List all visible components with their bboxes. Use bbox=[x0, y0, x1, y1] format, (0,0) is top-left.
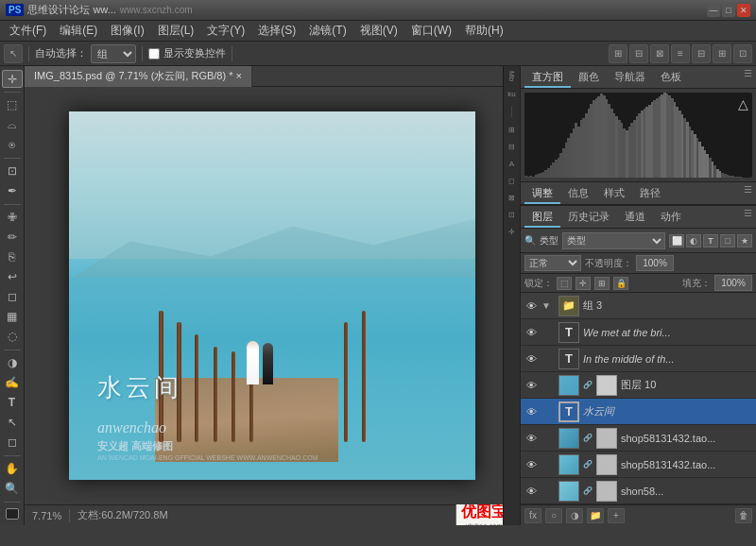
tab-histogram[interactable]: 直方图 bbox=[524, 68, 571, 88]
strip-icon-4[interactable]: A bbox=[506, 157, 519, 170]
layer-shop2[interactable]: 👁 🔗 shop58131432.tao... bbox=[521, 452, 756, 478]
menu-file[interactable]: 文件(F) bbox=[4, 21, 52, 41]
menu-view[interactable]: 视图(V) bbox=[354, 21, 404, 41]
lock-pixels-btn[interactable]: ⬚ bbox=[557, 277, 572, 290]
menu-edit[interactable]: 编辑(E) bbox=[54, 21, 103, 41]
tab-navigator[interactable]: 导航器 bbox=[607, 68, 653, 88]
fill-input[interactable] bbox=[714, 275, 752, 291]
tab-layers[interactable]: 图层 bbox=[524, 208, 560, 228]
auto-select-dropdown[interactable]: 组 图层 bbox=[91, 44, 136, 63]
tab-paths[interactable]: 路径 bbox=[632, 184, 668, 204]
layer-group-button[interactable]: 📁 bbox=[587, 508, 604, 523]
tab-history[interactable]: 历史记录 bbox=[560, 208, 617, 228]
layer-fx-button[interactable]: fx bbox=[524, 508, 541, 523]
tab-info[interactable]: 信息 bbox=[560, 184, 596, 204]
canvas-wrapper[interactable]: 水云间 anwenchao 安义超 高端修图 AN WENCAD MOAI-EN… bbox=[25, 87, 520, 504]
align-left-icon[interactable]: ⊞ bbox=[609, 44, 627, 63]
menu-text[interactable]: 文字(Y) bbox=[201, 21, 250, 41]
lasso-tool[interactable]: ⌓ bbox=[2, 116, 23, 134]
strip-icon-8[interactable]: ✛ bbox=[506, 225, 519, 238]
layer-adj-button[interactable]: ◑ bbox=[566, 508, 583, 523]
strip-icon-3[interactable]: ⊟ bbox=[506, 140, 519, 153]
distribute-icon[interactable]: ≡ bbox=[671, 44, 690, 63]
close-button[interactable]: ✕ bbox=[737, 4, 750, 17]
blur-tool[interactable]: ◌ bbox=[2, 328, 23, 346]
layer-eye-wemet[interactable]: 👁 bbox=[524, 326, 538, 339]
shape-tool[interactable]: ◻ bbox=[2, 434, 23, 452]
crop-tool[interactable]: ⊡ bbox=[2, 162, 23, 180]
blend-mode-select[interactable]: 正常 bbox=[524, 255, 581, 271]
strip-icon-5[interactable]: ◻ bbox=[506, 174, 519, 187]
layer-eye-shop2[interactable]: 👁 bbox=[524, 458, 538, 471]
layer-eye-group3[interactable]: 👁 bbox=[524, 299, 538, 313]
tab-channels[interactable]: 通道 bbox=[617, 208, 653, 228]
marquee-tool[interactable]: ⬚ bbox=[2, 96, 23, 114]
gradient-tool[interactable]: ▦ bbox=[2, 308, 23, 326]
tab-adjustments[interactable]: 调整 bbox=[524, 184, 560, 204]
menu-layer[interactable]: 图层(L) bbox=[152, 21, 200, 41]
layer-delete-button[interactable]: 🗑 bbox=[735, 508, 752, 523]
strip-icon-7[interactable]: ⊡ bbox=[506, 208, 519, 221]
layer-text-shuiyunjian[interactable]: 👁 T 水云间 bbox=[521, 399, 756, 425]
layer-type-filter[interactable]: 类型 bbox=[562, 232, 665, 249]
minimize-button[interactable]: — bbox=[707, 4, 720, 17]
layer-text-wemet[interactable]: 👁 T We met at the bri... bbox=[521, 319, 756, 346]
strip-icon-2[interactable]: ⊞ bbox=[506, 123, 519, 136]
histogram-panel-menu[interactable]: ☰ bbox=[744, 68, 752, 88]
history-brush[interactable]: ↩ bbox=[2, 268, 23, 286]
layer-text-inthe[interactable]: 👁 T In the middle of th... bbox=[521, 346, 756, 372]
pen-tool[interactable]: ✍ bbox=[2, 374, 23, 392]
dodge-tool[interactable]: ◑ bbox=[2, 354, 23, 372]
align-center-icon[interactable]: ⊟ bbox=[629, 44, 648, 63]
menu-help[interactable]: 帮助(H) bbox=[459, 21, 509, 41]
move-tool[interactable]: ✛ bbox=[2, 70, 23, 88]
align-mid-icon[interactable]: ⊡ bbox=[733, 44, 752, 63]
distribute-v-icon[interactable]: ⊟ bbox=[692, 44, 711, 63]
layer-shop1[interactable]: 👁 🔗 shop58131432.tao... bbox=[521, 425, 756, 452]
healing-tool[interactable]: ✙ bbox=[2, 209, 23, 227]
eyedropper-tool[interactable]: ✒ bbox=[2, 182, 23, 200]
quickselect-tool[interactable]: ⍟ bbox=[2, 136, 23, 154]
layer-eye-shon58[interactable]: 👁 bbox=[524, 485, 538, 498]
lock-all-btn[interactable]: 🔒 bbox=[613, 277, 628, 290]
filter-pixel-icon[interactable]: ⬜ bbox=[669, 234, 684, 247]
filter-smart-icon[interactable]: ★ bbox=[737, 234, 752, 247]
align-right-icon[interactable]: ⊠ bbox=[650, 44, 669, 63]
layer-shon58[interactable]: 👁 🔗 shon58... bbox=[521, 478, 756, 504]
tab-styles[interactable]: 样式 bbox=[596, 184, 632, 204]
path-select[interactable]: ↖ bbox=[2, 414, 23, 432]
hand-tool[interactable]: ✋ bbox=[2, 460, 23, 478]
tab-color[interactable]: 颜色 bbox=[571, 68, 607, 88]
opacity-input[interactable] bbox=[636, 255, 674, 271]
layer-eye-10[interactable]: 👁 bbox=[524, 379, 538, 392]
move-tool-icon[interactable]: ↖ bbox=[4, 44, 23, 63]
document-tab[interactable]: IMG_8315.psd @ 7.71% (水云间, RGB/8) * × bbox=[25, 66, 252, 87]
layer-eye-inthe[interactable]: 👁 bbox=[524, 352, 538, 366]
foreground-color[interactable] bbox=[6, 508, 19, 520]
layer-group-3[interactable]: 👁 ▼ 📁 组 3 bbox=[521, 293, 756, 319]
lock-position-btn[interactable]: ✛ bbox=[576, 277, 591, 290]
align-top-icon[interactable]: ⊞ bbox=[713, 44, 731, 63]
stamp-tool[interactable]: ⎘ bbox=[2, 248, 23, 266]
lock-artboard-btn[interactable]: ⊞ bbox=[594, 277, 610, 290]
filter-shape-icon[interactable]: □ bbox=[720, 234, 735, 247]
eraser-tool[interactable]: ◻ bbox=[2, 288, 23, 306]
show-transform-checkbox[interactable] bbox=[148, 48, 160, 60]
tab-swatches[interactable]: 色板 bbox=[653, 68, 689, 88]
tab-actions[interactable]: 动作 bbox=[653, 208, 689, 228]
layer-image-10[interactable]: 👁 🔗 图层 10 bbox=[521, 372, 756, 399]
layer-eye-shop1[interactable]: 👁 bbox=[524, 432, 538, 445]
layer-eye-syj[interactable]: 👁 bbox=[524, 405, 538, 418]
zoom-tool[interactable]: 🔍 bbox=[2, 480, 23, 498]
layer-new-button[interactable]: + bbox=[608, 508, 625, 523]
menu-select[interactable]: 选择(S) bbox=[252, 21, 301, 41]
menu-image[interactable]: 图像(I) bbox=[105, 21, 149, 41]
filter-adj-icon[interactable]: ◐ bbox=[686, 234, 701, 247]
menu-window[interactable]: 窗口(W) bbox=[405, 21, 457, 41]
type-tool[interactable]: T bbox=[2, 394, 23, 412]
brush-tool[interactable]: ✏ bbox=[2, 229, 23, 247]
strip-icon-ku[interactable]: ku bbox=[506, 87, 519, 100]
layers-panel-menu[interactable]: ☰ bbox=[744, 208, 752, 228]
adj-panel-menu[interactable]: ☰ bbox=[744, 184, 752, 204]
strip-icon-1[interactable]: Mb bbox=[506, 70, 519, 83]
